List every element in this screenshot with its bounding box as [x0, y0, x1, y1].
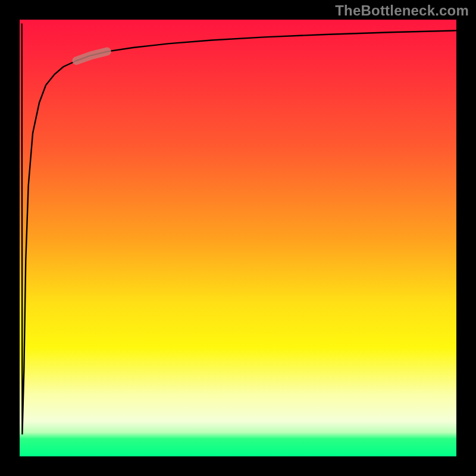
highlight-segment [76, 52, 107, 61]
curve-layer [20, 20, 456, 456]
watermark-text: TheBottleneck.com [335, 2, 469, 19]
main-curve [22, 24, 456, 434]
chart-frame: TheBottleneck.com [0, 0, 476, 476]
plot-area [20, 20, 456, 456]
